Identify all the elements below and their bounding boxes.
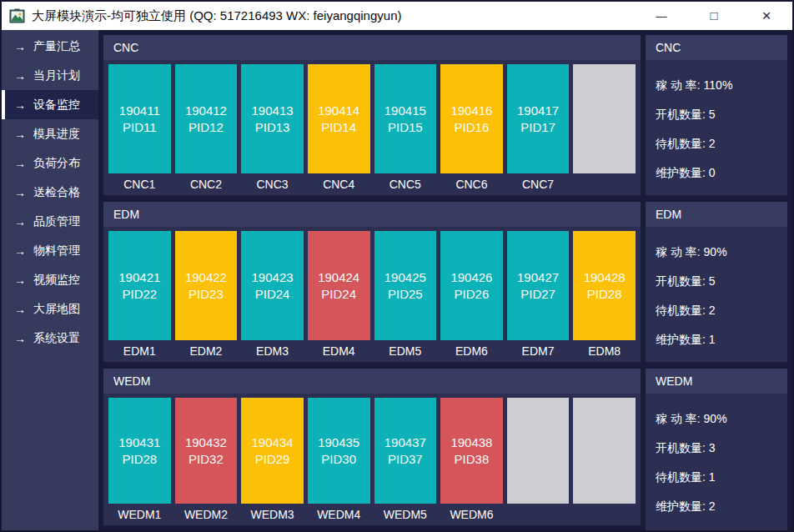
machine-pid: PID12 (188, 120, 224, 134)
machine-id: 190435 (318, 435, 359, 449)
machine-tile-group: 190431 PID28 WEDM1 (108, 398, 171, 525)
sidebar-item[interactable]: → 物料管理 (2, 236, 98, 265)
machine-tile[interactable]: 190423 PID24 (241, 231, 304, 340)
machine-tile[interactable]: 190426 PID26 (440, 231, 503, 340)
sidebar-item[interactable]: → 产量汇总 (2, 32, 98, 61)
machine-tile[interactable]: 190415 PID15 (374, 64, 437, 173)
stats-cnc-title: CNC (646, 35, 787, 60)
stat-row: 维护数量: 2 (656, 492, 787, 521)
stat-row: 稼 动 率: 90% (656, 238, 787, 267)
sidebar-item[interactable]: → 送检合格 (2, 178, 98, 207)
stat-row: 待机数量: 2 (656, 129, 787, 158)
panel-edm: EDM 190421 PID22 EDM1 (103, 202, 641, 362)
machine-tile[interactable] (507, 398, 570, 504)
machine-tile[interactable]: 190428 PID28 (573, 231, 636, 340)
stats-column: CNC 稼 动 率: 110% 开机数量: 5 待机数量: 2 维护数量: 0 … (646, 30, 792, 530)
machine-id: 190412 (185, 103, 227, 118)
machine-label: WEDM6 (440, 504, 503, 525)
sidebar-item[interactable]: → 设备监控 (2, 90, 98, 119)
machine-label (573, 504, 636, 525)
sidebar-item-label: 物料管理 (33, 243, 80, 258)
machine-tile[interactable]: 190435 PID30 (308, 398, 370, 504)
machine-tile-group: 190417 PID17 CNC7 (507, 64, 570, 195)
machine-label: EDM2 (175, 340, 238, 362)
arrow-right-icon: → (14, 128, 26, 140)
sidebar-item-label: 产量汇总 (33, 39, 80, 54)
sidebar-item[interactable]: → 视频监控 (2, 265, 98, 294)
maximize-button[interactable]: □ (695, 2, 733, 30)
machine-id: 190415 (384, 103, 426, 118)
sidebar-item[interactable]: → 负荷分布 (2, 148, 98, 178)
machine-id: 190438 (450, 435, 492, 449)
machine-tile[interactable]: 190421 PID22 (108, 231, 171, 340)
stat-row: 待机数量: 1 (656, 463, 787, 492)
machine-tile[interactable] (573, 398, 636, 504)
machine-tile[interactable]: 190425 PID25 (374, 231, 437, 340)
stat-row: 开机数量: 5 (656, 267, 787, 296)
sidebar-item[interactable]: → 模具进度 (2, 119, 98, 148)
machine-label: CNC1 (108, 173, 171, 195)
arrow-right-icon: → (14, 245, 26, 257)
stats-edm: EDM 稼 动 率: 90% 开机数量: 5 待机数量: 2 维护数量: 1 (646, 202, 787, 362)
machine-label: WEDM5 (374, 504, 437, 525)
machine-id: 190414 (318, 103, 359, 118)
machine-pid: PID13 (255, 120, 290, 134)
machine-tile[interactable]: 190424 PID24 (308, 231, 370, 340)
machine-pid: PID16 (455, 120, 490, 134)
machine-label: CNC4 (308, 173, 370, 195)
machine-label: CNC3 (241, 173, 304, 195)
app-window: 大屏模块演示-均可独立使用 (QQ: 517216493 WX: feiyang… (0, 0, 794, 532)
machine-id: 190416 (450, 103, 492, 118)
sidebar-item-label: 模具进度 (33, 127, 80, 142)
machine-tile[interactable]: 190417 PID17 (507, 64, 570, 173)
machine-pid: PID28 (122, 452, 157, 466)
machine-tile[interactable]: 190416 PID16 (440, 64, 503, 173)
machine-tile[interactable]: 190438 PID38 (440, 398, 503, 504)
machine-id: 190432 (185, 435, 227, 449)
machine-tile-group (573, 398, 636, 525)
sidebar-item[interactable]: → 大屏地图 (2, 294, 98, 324)
machine-tile-group: 190437 PID37 WEDM5 (374, 398, 437, 525)
machine-pid: PID11 (123, 120, 157, 134)
machine-id: 190417 (517, 103, 559, 118)
sidebar-item-label: 送检合格 (33, 185, 80, 200)
window-controls: — □ × (628, 2, 792, 30)
machine-tile[interactable]: 190412 PID12 (175, 64, 238, 173)
machine-pid: PID25 (388, 287, 423, 301)
machine-tile[interactable]: 190427 PID27 (507, 231, 570, 340)
stat-row: 开机数量: 3 (656, 434, 787, 463)
sidebar-nav: → 产量汇总 → 当月计划 → 设备监控 → 模具进度 (2, 30, 98, 530)
machine-label (573, 173, 636, 195)
machine-tile[interactable]: 190431 PID28 (108, 398, 171, 504)
sidebar-item[interactable]: → 品质管理 (2, 207, 98, 236)
machine-tile-group: 190426 PID26 EDM6 (440, 231, 503, 362)
machine-tile-group: 190432 PID32 WEDM2 (175, 398, 238, 525)
machine-tile[interactable]: 190413 PID13 (241, 64, 304, 173)
sidebar-item-label: 负荷分布 (33, 156, 80, 171)
machine-pid: PID26 (455, 287, 490, 301)
arrow-right-icon: → (14, 333, 26, 344)
stats-wedm-title: WEDM (646, 369, 787, 394)
sidebar-item[interactable]: → 当月计划 (2, 61, 98, 90)
machine-label: CNC7 (507, 173, 570, 195)
machine-pid: PID38 (455, 452, 490, 466)
machine-pid: PID17 (520, 120, 555, 134)
machine-tile[interactable]: 190434 PID29 (241, 398, 304, 504)
machine-tile-group (507, 398, 570, 525)
machine-tile[interactable]: 190432 PID32 (175, 398, 238, 504)
sidebar-item[interactable]: → 系统设置 (2, 324, 98, 353)
stat-row: 开机数量: 5 (656, 100, 787, 129)
machine-tile[interactable]: 190437 PID37 (374, 398, 437, 504)
machine-tile[interactable]: 190414 PID14 (308, 64, 370, 173)
machine-tile[interactable]: 190411 PID11 (108, 64, 171, 173)
close-button[interactable]: × (747, 2, 786, 30)
machine-label: EDM5 (374, 340, 437, 362)
minimize-button[interactable]: — (642, 2, 681, 30)
machine-tile[interactable]: 190422 PID23 (175, 231, 238, 340)
machine-label: EDM8 (573, 340, 636, 362)
app-picture-icon (9, 8, 25, 24)
machine-pid: PID30 (321, 452, 356, 466)
machine-tile[interactable] (573, 64, 636, 173)
title-bar: 大屏模块演示-均可独立使用 (QQ: 517216493 WX: feiyang… (2, 2, 792, 30)
machine-id: 190411 (119, 103, 160, 118)
